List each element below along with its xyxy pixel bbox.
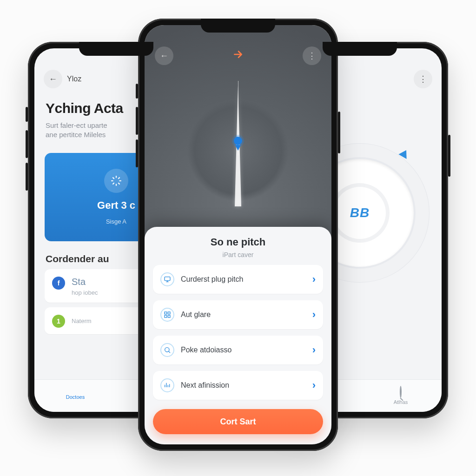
option-label: Poke atdoiasso (181, 346, 306, 354)
step-badge: 1 (52, 315, 65, 328)
option-current-pitch[interactable]: Curderst plug pitch › (153, 265, 323, 294)
compass (168, 81, 308, 220)
chevron-right-icon: › (312, 309, 316, 321)
svg-rect-1 (165, 312, 167, 314)
sheet-subtitle: iPart caver (153, 251, 323, 258)
dial-label: BB (350, 205, 370, 220)
bottom-sheet: So ne pitch iPart caver Curderst plug pi… (145, 227, 331, 444)
more-icon (308, 51, 316, 61)
start-button[interactable]: Cort Sart (153, 409, 323, 434)
svg-rect-2 (168, 312, 170, 314)
svg-rect-0 (165, 277, 170, 281)
back-button[interactable] (44, 70, 62, 88)
bars-icon (160, 378, 174, 392)
start-button-label: Cort Sart (220, 417, 256, 427)
tab-label: Atlhas (394, 399, 408, 405)
monitor-icon (160, 272, 174, 286)
option-label: Next afinission (181, 381, 306, 390)
left-hero-sub1: Surt faler-ect uparte (46, 121, 107, 129)
phone-center: So ne pitch iPart caver Curderst plug pi… (138, 19, 338, 451)
notch (79, 42, 153, 56)
list-item-label: Sta (72, 277, 98, 287)
tab-label: Doctoes (66, 394, 85, 400)
chevron-right-icon: › (312, 379, 316, 391)
notch (323, 42, 397, 56)
facebook-icon: f (52, 277, 65, 290)
left-hero-sub2: ane pertitce Mileles (46, 131, 106, 139)
list-item-sub: hop iobec (72, 289, 98, 296)
svg-point-5 (165, 348, 169, 352)
option-label: Aut glare (181, 311, 306, 319)
back-icon (49, 74, 57, 84)
compass-pin-icon (234, 137, 242, 145)
sheet-title: So ne pitch (153, 236, 323, 248)
grid-icon (160, 308, 174, 322)
tab-home[interactable]: Doctoes (34, 380, 116, 412)
search-icon (160, 343, 174, 357)
svg-rect-3 (165, 315, 167, 317)
notch (201, 19, 275, 33)
svg-rect-4 (168, 315, 170, 317)
option-poke[interactable]: Poke atdoiasso › (153, 336, 323, 364)
left-card-title: Gert 3 c (97, 199, 135, 212)
tab-atlhas[interactable]: Atlhas (360, 380, 442, 412)
option-label: Curderst plug pitch (181, 275, 306, 284)
left-topbar-title: Yloz (67, 75, 81, 83)
more-button[interactable] (414, 70, 432, 88)
list-item-sub: Naterm (72, 317, 92, 324)
direction-arrow-icon (232, 48, 244, 63)
chevron-right-icon: › (312, 273, 316, 285)
back-icon (160, 51, 168, 61)
center-screen: So ne pitch iPart caver Curderst plug pi… (145, 25, 331, 444)
back-button[interactable] (155, 46, 173, 65)
option-aut-glare[interactable]: Aut glare › (153, 300, 323, 329)
search-icon (400, 386, 402, 398)
more-icon (419, 74, 427, 84)
left-card-sub: Sisge A (106, 218, 126, 225)
chevron-right-icon: › (312, 344, 316, 356)
more-button[interactable] (303, 46, 321, 65)
spark-icon (104, 169, 128, 193)
option-next[interactable]: Next afinission › (153, 371, 323, 400)
